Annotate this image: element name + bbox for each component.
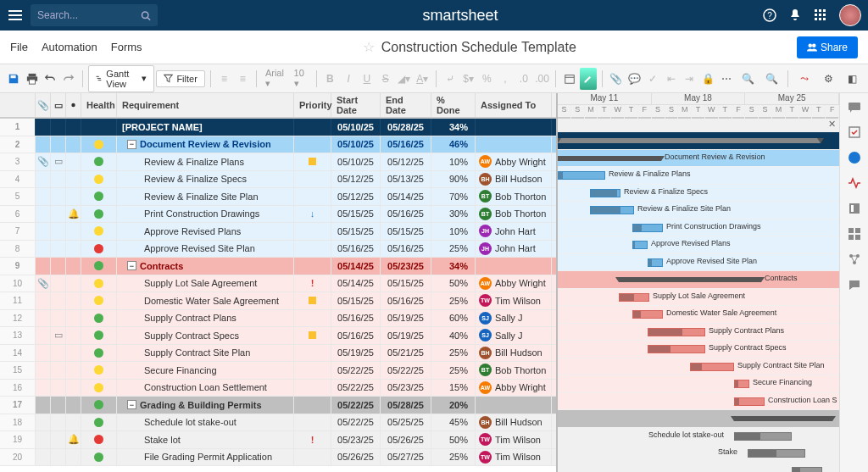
table-row[interactable]: 1[PROJECT NAME]05/10/2505/28/2534% xyxy=(0,119,556,136)
cell-comment[interactable] xyxy=(51,119,66,136)
cell-start-date[interactable]: 05/15/25 xyxy=(331,223,381,240)
gantt-bar[interactable] xyxy=(748,449,805,458)
gantt-bar[interactable] xyxy=(792,467,822,473)
italic-icon[interactable]: I xyxy=(340,68,357,90)
gantt-row[interactable]: Review & Finalize Plans xyxy=(558,167,839,185)
cell-end-date[interactable]: 05/23/25 xyxy=(381,258,431,275)
cell-comment[interactable] xyxy=(51,310,66,327)
cell-requirement[interactable]: Approve Revised Plans xyxy=(117,223,294,240)
cell-reminder[interactable]: 🔔 xyxy=(66,206,81,223)
currency-icon[interactable]: $▾ xyxy=(460,68,477,90)
menu-automation[interactable]: Automation xyxy=(42,41,97,53)
favorite-star-icon[interactable]: ☆ xyxy=(363,39,375,55)
cell-percent-done[interactable]: 15% xyxy=(431,380,476,397)
cell-percent-done[interactable]: 25% xyxy=(431,241,476,258)
cell-reminder[interactable] xyxy=(66,223,81,240)
critical-path-icon[interactable]: ⤳ xyxy=(793,68,815,90)
cell-attachment[interactable]: 📎 xyxy=(36,275,51,292)
cell-end-date[interactable]: 05/23/25 xyxy=(381,380,431,397)
gantt-bar[interactable] xyxy=(558,156,661,161)
cell-requirement[interactable]: Supply Contract Plans xyxy=(117,310,294,327)
cell-attachment[interactable] xyxy=(36,397,51,414)
cell-requirement[interactable]: Review & Finalize Specs xyxy=(117,171,294,188)
cell-assigned-to[interactable]: JHJohn Hart xyxy=(476,241,552,258)
col-requirement[interactable]: Requirement xyxy=(117,93,294,117)
cell-percent-done[interactable]: 10% xyxy=(431,153,476,170)
bold-icon[interactable]: B xyxy=(322,68,339,90)
cell-reminder[interactable] xyxy=(66,136,81,153)
cell-priority[interactable] xyxy=(294,414,331,431)
cell-health[interactable] xyxy=(81,223,117,240)
cell-percent-done[interactable]: 90% xyxy=(431,171,476,188)
cell-end-date[interactable]: 05/25/25 xyxy=(381,414,431,431)
cell-start-date[interactable]: 05/22/25 xyxy=(331,414,381,431)
gantt-row[interactable]: Supply Contract Site Plan xyxy=(558,358,839,376)
cell-requirement[interactable]: Stake lot xyxy=(117,431,294,448)
cell-attachment[interactable] xyxy=(36,310,51,327)
highlight-icon[interactable] xyxy=(580,68,597,90)
cell-assigned-to[interactable]: TWTim Wilson xyxy=(476,431,552,448)
cell-health[interactable] xyxy=(81,206,117,223)
cell-requirement[interactable]: Schedule lot stake-out xyxy=(117,414,294,431)
table-row[interactable]: 20File Grading Permit Application05/26/2… xyxy=(0,449,556,467)
outdent-icon[interactable]: ⇤ xyxy=(663,68,680,90)
cell-assigned-to[interactable]: BTBob Thorton xyxy=(476,206,552,223)
cell-attachment[interactable] xyxy=(36,223,51,240)
cell-priority[interactable] xyxy=(294,119,331,136)
align-center-icon[interactable]: ≡ xyxy=(234,68,251,90)
search-box[interactable] xyxy=(31,4,158,26)
cell-health[interactable] xyxy=(81,136,117,153)
gantt-row[interactable]: Approve Revised Site Plan xyxy=(558,254,839,272)
gantt-bar[interactable] xyxy=(734,432,792,441)
gantt-bar[interactable] xyxy=(558,138,821,143)
rail-world-icon[interactable] xyxy=(848,151,861,164)
cell-percent-done[interactable]: 30% xyxy=(431,206,476,223)
table-row[interactable]: 4Review & Finalize Specs05/12/2505/13/25… xyxy=(0,171,556,189)
cell-reminder[interactable]: 🔔 xyxy=(66,431,81,448)
table-row[interactable]: 16Construction Loan Settlement05/22/2505… xyxy=(0,380,556,397)
rail-chat-icon[interactable] xyxy=(848,278,861,292)
zoom-in-icon[interactable]: 🔍 xyxy=(760,68,782,90)
cell-assigned-to[interactable] xyxy=(476,258,552,275)
cell-attachment[interactable] xyxy=(36,171,51,188)
cell-attachment[interactable] xyxy=(36,119,51,136)
cell-health[interactable] xyxy=(81,171,117,188)
cell-start-date[interactable]: 05/14/25 xyxy=(331,275,381,292)
cell-comment[interactable]: ▭ xyxy=(51,327,66,344)
cell-comment[interactable] xyxy=(51,188,66,205)
gantt-settings-icon[interactable]: ⚙ xyxy=(817,68,839,90)
cell-health[interactable] xyxy=(81,380,117,397)
rail-brand-icon[interactable] xyxy=(848,227,861,241)
table-row[interactable]: 2−Document Review & Revision05/10/2505/1… xyxy=(0,136,556,154)
table-row[interactable]: 3📎▭Review & Finalize Plans05/10/2505/12/… xyxy=(0,153,556,171)
more-icon[interactable]: ⋯ xyxy=(718,68,735,90)
cell-attachment[interactable]: 📎 xyxy=(36,153,51,170)
cell-assigned-to[interactable]: AWAbby Wright xyxy=(476,380,552,397)
cell-priority[interactable]: ! xyxy=(294,275,331,292)
proof-icon[interactable]: ✓ xyxy=(644,68,661,90)
undo-icon[interactable] xyxy=(42,68,59,90)
fill-color-icon[interactable]: ◢▾ xyxy=(396,68,413,90)
lock-icon[interactable]: 🔒 xyxy=(699,68,716,90)
gantt-row[interactable]: Domestic Water Sale Agreement xyxy=(558,306,839,324)
bell-icon[interactable] xyxy=(788,8,802,22)
gantt-row[interactable]: Contracts xyxy=(558,271,839,289)
cell-start-date[interactable]: 05/22/25 xyxy=(331,380,381,397)
cell-attachment[interactable] xyxy=(36,136,51,153)
gantt-row[interactable]: Approve Revised Plans xyxy=(558,236,839,254)
gantt-row[interactable]: Supply Contract Plans xyxy=(558,324,839,342)
gantt-row[interactable]: Document Review & Revision xyxy=(558,150,839,168)
cell-requirement[interactable]: Domestic Water Sale Agreement xyxy=(117,292,294,309)
cell-priority[interactable]: ! xyxy=(294,431,331,448)
cell-comment[interactable] xyxy=(51,397,66,414)
cell-start-date[interactable]: 05/15/25 xyxy=(331,292,381,309)
cell-comment[interactable] xyxy=(51,362,66,379)
cell-health[interactable] xyxy=(81,397,117,414)
gantt-row[interactable]: Secure Financing xyxy=(558,375,839,393)
cell-start-date[interactable]: 05/12/25 xyxy=(331,171,381,188)
cell-comment[interactable] xyxy=(51,136,66,153)
cell-reminder[interactable] xyxy=(66,171,81,188)
cell-priority[interactable]: ↓ xyxy=(294,206,331,223)
gantt-bar[interactable] xyxy=(632,241,648,249)
cell-health[interactable] xyxy=(81,258,117,275)
